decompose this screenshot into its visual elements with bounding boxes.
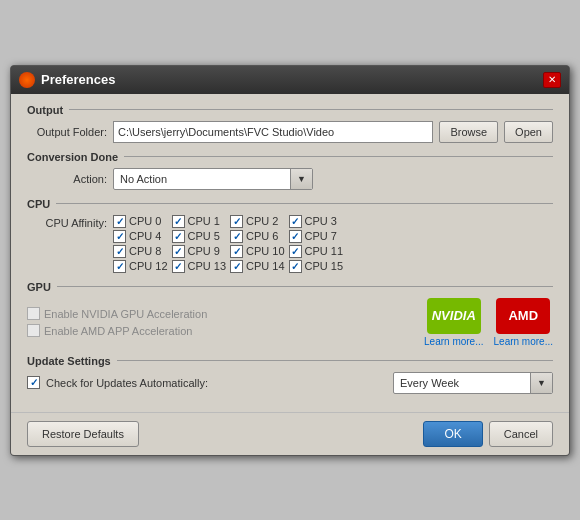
cpu-checkbox[interactable] — [230, 260, 243, 273]
amd-learn-more[interactable]: Learn more... — [494, 336, 553, 347]
cpu-item[interactable]: CPU 3 — [289, 215, 344, 228]
cpu-checkbox[interactable] — [289, 215, 302, 228]
cpu-item-label: CPU 5 — [188, 230, 220, 242]
browse-button[interactable]: Browse — [439, 121, 498, 143]
cpu-checkbox[interactable] — [113, 230, 126, 243]
update-frequency-select[interactable]: Every Week ▼ — [393, 372, 553, 394]
open-button[interactable]: Open — [504, 121, 553, 143]
cpu-item-label: CPU 13 — [188, 260, 227, 272]
update-checkbox[interactable] — [27, 376, 40, 389]
cpu-item-label: CPU 0 — [129, 215, 161, 227]
action-value: No Action — [114, 173, 290, 185]
cpu-item-label: CPU 8 — [129, 245, 161, 257]
cancel-button[interactable]: Cancel — [489, 421, 553, 447]
nvidia-learn-more[interactable]: Learn more... — [424, 336, 483, 347]
output-divider — [69, 109, 553, 110]
cpu-divider — [56, 203, 553, 204]
restore-defaults-button[interactable]: Restore Defaults — [27, 421, 139, 447]
cpu-item-label: CPU 15 — [305, 260, 344, 272]
cpu-item[interactable]: CPU 13 — [172, 260, 227, 273]
folder-input[interactable] — [113, 121, 433, 143]
cpu-grid: CPU 0CPU 1CPU 2CPU 3CPU 4CPU 5CPU 6CPU 7… — [113, 215, 343, 273]
cpu-item[interactable]: CPU 5 — [172, 230, 227, 243]
nvidia-logo: NVIDIA — [427, 298, 481, 334]
cpu-item[interactable]: CPU 15 — [289, 260, 344, 273]
cpu-item[interactable]: CPU 6 — [230, 230, 285, 243]
cpu-checkbox[interactable] — [172, 215, 185, 228]
cpu-item-label: CPU 4 — [129, 230, 161, 242]
output-folder-row: Output Folder: Browse Open — [27, 121, 553, 143]
cpu-item[interactable]: CPU 11 — [289, 245, 344, 258]
close-button[interactable]: ✕ — [543, 72, 561, 88]
output-section-label: Output — [27, 104, 63, 116]
cpu-checkbox[interactable] — [113, 245, 126, 258]
cpu-checkbox[interactable] — [230, 215, 243, 228]
cpu-checkbox[interactable] — [230, 245, 243, 258]
preferences-window: Preferences ✕ Output Output Folder: Brow… — [10, 65, 570, 456]
amd-checkbox[interactable] — [27, 324, 40, 337]
cpu-checkbox[interactable] — [172, 260, 185, 273]
cpu-item-label: CPU 12 — [129, 260, 168, 272]
cpu-item[interactable]: CPU 9 — [172, 245, 227, 258]
window-title: Preferences — [41, 72, 537, 87]
amd-label: Enable AMD APP Acceleration — [44, 325, 192, 337]
cpu-item[interactable]: CPU 1 — [172, 215, 227, 228]
action-row: Action: No Action ▼ — [27, 168, 553, 190]
cpu-checkbox[interactable] — [172, 230, 185, 243]
cpu-item[interactable]: CPU 7 — [289, 230, 344, 243]
cpu-checkbox[interactable] — [230, 230, 243, 243]
cpu-item-label: CPU 10 — [246, 245, 285, 257]
cpu-item[interactable]: CPU 4 — [113, 230, 168, 243]
cpu-item-label: CPU 2 — [246, 215, 278, 227]
update-section-label: Update Settings — [27, 355, 111, 367]
cpu-item-label: CPU 14 — [246, 260, 285, 272]
gpu-section: GPU Enable NVIDIA GPU Acceleration Enabl… — [27, 281, 553, 347]
update-row: Check for Updates Automatically: Every W… — [27, 372, 553, 394]
action-label: Action: — [27, 173, 107, 185]
cpu-checkbox[interactable] — [113, 215, 126, 228]
cpu-affinity-row: CPU Affinity: CPU 0CPU 1CPU 2CPU 3CPU 4C… — [27, 215, 553, 273]
cpu-checkbox[interactable] — [289, 245, 302, 258]
conversion-divider — [124, 156, 553, 157]
gpu-divider — [57, 286, 553, 287]
cpu-section-label: CPU — [27, 198, 50, 210]
update-divider — [117, 360, 553, 361]
amd-logo-item: AMD Learn more... — [494, 298, 553, 347]
cpu-checkbox[interactable] — [172, 245, 185, 258]
cpu-checkbox[interactable] — [113, 260, 126, 273]
cpu-item[interactable]: CPU 14 — [230, 260, 285, 273]
cpu-affinity-label: CPU Affinity: — [27, 215, 107, 229]
action-arrow[interactable]: ▼ — [290, 169, 312, 189]
cpu-item-label: CPU 6 — [246, 230, 278, 242]
content-area: Output Output Folder: Browse Open Conver… — [11, 94, 569, 412]
footer-right: OK Cancel — [423, 421, 553, 447]
gpu-section-label: GPU — [27, 281, 51, 293]
action-select[interactable]: No Action ▼ — [113, 168, 313, 190]
cpu-item-label: CPU 3 — [305, 215, 337, 227]
nvidia-logo-text: NVIDIA — [432, 308, 476, 323]
title-bar: Preferences ✕ — [11, 66, 569, 94]
cpu-item-label: CPU 11 — [305, 245, 344, 257]
update-frequency-arrow[interactable]: ▼ — [530, 373, 552, 393]
footer: Restore Defaults OK Cancel — [11, 412, 569, 455]
output-section: Output Output Folder: Browse Open — [27, 104, 553, 143]
gpu-logos: NVIDIA Learn more... AMD Learn more... — [424, 298, 553, 347]
cpu-item[interactable]: CPU 12 — [113, 260, 168, 273]
window-icon — [19, 72, 35, 88]
cpu-item[interactable]: CPU 0 — [113, 215, 168, 228]
cpu-item[interactable]: CPU 8 — [113, 245, 168, 258]
ok-button[interactable]: OK — [423, 421, 482, 447]
cpu-item-label: CPU 1 — [188, 215, 220, 227]
cpu-checkbox[interactable] — [289, 230, 302, 243]
cpu-item-label: CPU 7 — [305, 230, 337, 242]
cpu-checkbox[interactable] — [289, 260, 302, 273]
cpu-item-label: CPU 9 — [188, 245, 220, 257]
nvidia-checkbox[interactable] — [27, 307, 40, 320]
nvidia-logo-item: NVIDIA Learn more... — [424, 298, 483, 347]
cpu-item[interactable]: CPU 2 — [230, 215, 285, 228]
cpu-item[interactable]: CPU 10 — [230, 245, 285, 258]
conversion-section: Conversion Done Action: No Action ▼ — [27, 151, 553, 190]
amd-logo-text: AMD — [508, 308, 538, 323]
cpu-section: CPU CPU Affinity: CPU 0CPU 1CPU 2CPU 3CP… — [27, 198, 553, 273]
nvidia-label: Enable NVIDIA GPU Acceleration — [44, 308, 207, 320]
